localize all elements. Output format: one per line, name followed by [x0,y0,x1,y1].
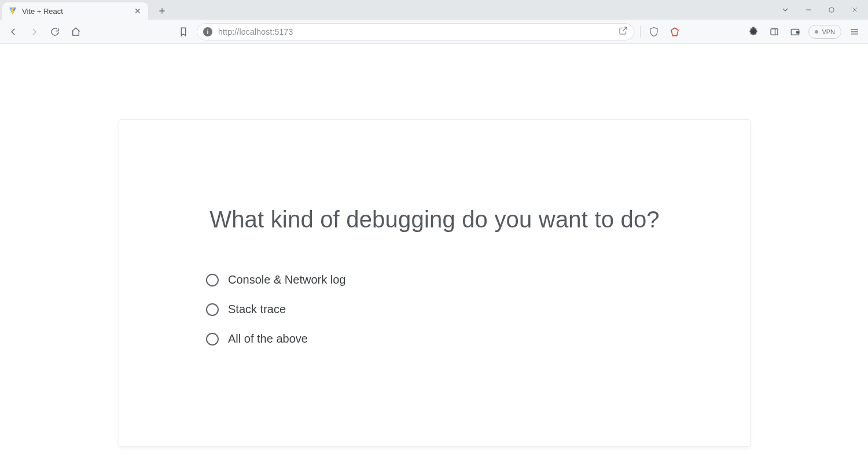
option-label: Stack trace [228,303,286,316]
bookmark-icon[interactable] [176,24,191,39]
radio-icon[interactable] [206,274,219,286]
nav-home-icon[interactable] [68,24,83,39]
side-panel-icon[interactable] [767,24,782,39]
extensions-icon[interactable] [746,24,761,39]
window-controls [780,0,868,20]
nav-reload-icon[interactable] [47,24,62,39]
question-card: What kind of debugging do you want to do… [119,119,751,447]
window-maximize-icon[interactable] [826,5,837,15]
vpn-button[interactable]: VPN [808,25,841,39]
app-menu-icon[interactable] [847,24,862,39]
svg-point-3 [829,8,834,12]
question-heading: What kind of debugging do you want to do… [206,207,663,233]
new-tab-button[interactable]: ＋ [154,2,170,19]
brave-logo-icon[interactable] [667,24,682,39]
option-label: Console & Network log [228,273,345,286]
page-viewport: What kind of debugging do you want to do… [0,44,868,463]
vpn-label: VPN [822,28,835,35]
options-group: Console & Network log Stack trace All of… [206,273,663,346]
tab-strip: Vite + React ✕ ＋ [0,0,868,20]
tab-close-icon[interactable]: ✕ [133,6,142,16]
url-text: http://localhost:5173 [218,27,613,36]
browser-tab[interactable]: Vite + React ✕ [2,2,148,20]
svg-marker-6 [671,28,678,36]
radio-icon[interactable] [206,333,219,346]
tab-search-icon[interactable] [780,5,790,15]
nav-forward-icon[interactable] [27,24,42,39]
radio-icon[interactable] [206,303,219,316]
option-label: All of the above [228,332,308,346]
share-icon[interactable] [619,26,628,38]
site-info-icon[interactable]: i [203,27,212,36]
brave-shields-icon[interactable] [646,24,661,39]
svg-rect-10 [797,31,800,33]
toolbar-separator [640,26,641,38]
window-minimize-icon[interactable] [803,5,814,15]
nav-back-icon[interactable] [6,24,21,39]
svg-rect-7 [771,28,778,35]
tab-title: Vite + React [22,7,133,16]
window-close-icon[interactable] [849,5,860,15]
browser-chrome: Vite + React ✕ ＋ [0,0,868,44]
option-stack-trace[interactable]: Stack trace [206,303,663,316]
vite-favicon-icon [8,6,17,16]
wallet-icon[interactable] [788,24,803,39]
option-console-network[interactable]: Console & Network log [206,273,663,286]
vpn-status-dot-icon [815,30,818,34]
option-all-of-the-above[interactable]: All of the above [206,332,663,346]
address-bar[interactable]: i http://localhost:5173 [197,23,634,41]
browser-toolbar: i http://localhost:5173 VPN [0,20,868,44]
